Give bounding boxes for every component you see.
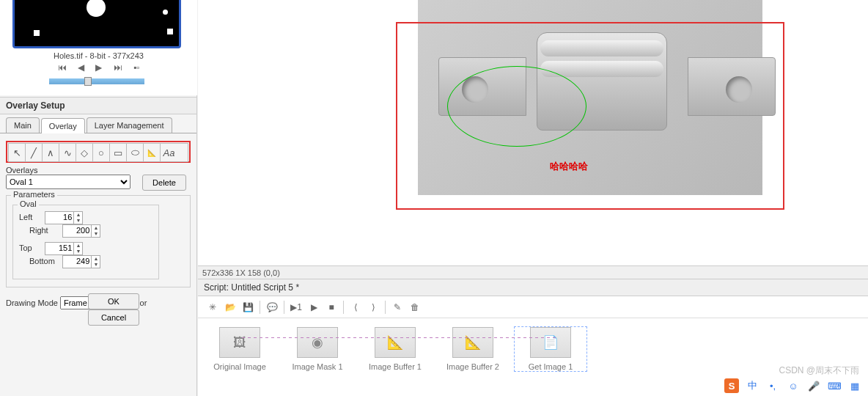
cancel-button[interactable]: Cancel	[88, 309, 139, 326]
tab-layer-management[interactable]: Layer Management	[87, 117, 172, 133]
canvas-area[interactable]: 哈哈哈哈	[198, 0, 868, 274]
tool-oval-icon[interactable]: ⬭	[127, 144, 144, 161]
script-flow: 🖼 Original Image ◉ Image Mask 1 📐 Image …	[198, 318, 868, 380]
tool-protractor-icon[interactable]: 📐	[144, 144, 161, 161]
buffer-node-icon: 📐	[375, 327, 416, 358]
script-node[interactable]: 🖼 Original Image	[204, 327, 276, 371]
thumbnail-nav: ⏮ ◀ ▶ ⏭ ▪▫	[0, 62, 197, 73]
oval-legend: Oval	[18, 199, 39, 208]
bottom-label: Bottom	[29, 257, 60, 265]
spin-arrows-icon[interactable]: ▲▼	[91, 225, 100, 237]
top-input[interactable]	[45, 243, 73, 253]
back-icon[interactable]: ⟨	[347, 302, 364, 312]
script-node[interactable]: ◉ Image Mask 1	[282, 327, 353, 371]
nav-first-icon[interactable]: ⏮	[58, 62, 67, 73]
node-label: Original Image	[204, 362, 276, 371]
tool-rect-icon[interactable]: ▭	[110, 144, 127, 161]
watermark: CSDN @周末不下雨	[779, 364, 859, 377]
script-node[interactable]: 📐 Image Buffer 1	[359, 327, 431, 371]
spin-arrows-icon[interactable]: ▲▼	[73, 212, 82, 224]
mask-node-icon: ◉	[297, 327, 338, 358]
nav-next-icon[interactable]: ▶	[95, 62, 102, 73]
ime-emoji-icon[interactable]: ☺	[786, 378, 801, 393]
script-node[interactable]: 📄 Get Image 1	[515, 327, 586, 371]
script-title: Script: Untitled Script 5 *	[198, 279, 868, 296]
spin-arrows-icon[interactable]: ▲▼	[73, 243, 82, 254]
tool-text-icon[interactable]: Aa	[161, 144, 177, 161]
right-label: Right	[29, 226, 60, 235]
oval-overlay[interactable]	[447, 66, 586, 147]
parameters-group: Parameters Oval Left ▲▼ Right ▲▼ Top ▲▼ …	[6, 195, 191, 287]
top-label: Top	[19, 243, 43, 252]
tool-diamond-icon[interactable]: ◇	[76, 144, 93, 161]
thumbnail-slider[interactable]	[49, 78, 144, 84]
buffer-node-icon: 📐	[452, 327, 493, 358]
tool-line-icon[interactable]: ╱	[26, 144, 43, 161]
node-label: Image Mask 1	[282, 362, 353, 371]
right-input[interactable]	[63, 225, 91, 235]
thumbnail-image[interactable]	[12, 0, 181, 48]
ok-button[interactable]: OK	[88, 293, 139, 309]
node-label: Image Buffer 1	[359, 362, 431, 371]
open-icon[interactable]: 📂	[221, 302, 239, 312]
image-node-icon: 🖼	[219, 327, 260, 358]
run-icon[interactable]: ▶	[305, 302, 323, 312]
annotation-text[interactable]: 哈哈哈哈	[550, 160, 588, 173]
script-toolbar: ✳ 📂 💾 💬 ▶1 ▶ ■ ⟨ ⟩ ✎ 🗑	[198, 296, 868, 318]
drawing-mode-label: Drawing Mode	[6, 298, 58, 307]
delete-button[interactable]: Delete	[142, 175, 186, 191]
tool-angle-icon[interactable]: ∧	[43, 144, 59, 161]
run-step-icon[interactable]: ▶1	[287, 302, 305, 312]
spin-arrows-icon[interactable]: ▲▼	[91, 256, 100, 268]
tab-overlay[interactable]: Overlay	[41, 118, 85, 133]
tab-main[interactable]: Main	[6, 117, 40, 133]
thumbnail-label: Holes.tif - 8-bit - 377x243	[0, 51, 197, 60]
tool-select-icon[interactable]: ↖	[9, 144, 26, 161]
overlays-label: Overlays	[6, 166, 191, 175]
ime-mic-icon[interactable]: 🎤	[806, 378, 821, 393]
ime-punct-icon[interactable]: •,	[765, 378, 780, 393]
parameters-legend: Parameters	[11, 190, 57, 199]
nav-last-icon[interactable]: ⏭	[114, 62, 122, 73]
edit-icon[interactable]: ✎	[389, 302, 406, 312]
sogou-icon[interactable]: S	[724, 378, 739, 393]
save-icon[interactable]: 💾	[239, 302, 257, 312]
ime-lang-icon[interactable]: 中	[745, 378, 760, 393]
nav-prev-icon[interactable]: ◀	[78, 62, 84, 73]
getimage-node-icon: 📄	[530, 327, 571, 358]
status-bar: 572x336 1X 158 (0,0)	[198, 265, 868, 279]
overlay-setup-header: Overlay Setup	[0, 97, 196, 114]
ime-keyboard-icon[interactable]: ⌨	[827, 378, 842, 393]
stop-icon[interactable]: ■	[323, 302, 340, 312]
ime-bar: S 中 •, ☺ 🎤 ⌨ ▦	[724, 378, 862, 393]
overlay-toolbar: ↖ ╱ ∧ ∿ ◇ ○ ▭ ⬭ 📐 Aa	[6, 141, 191, 163]
left-input[interactable]	[45, 212, 73, 222]
tool-circle-icon[interactable]: ○	[93, 144, 110, 161]
new-icon[interactable]: ✳	[204, 302, 221, 312]
script-node[interactable]: 📐 Image Buffer 2	[437, 327, 509, 371]
node-label: Get Image 1	[515, 362, 586, 371]
ime-grid-icon[interactable]: ▦	[847, 378, 862, 393]
comment-icon[interactable]: 💬	[263, 302, 281, 312]
tool-polyline-icon[interactable]: ∿	[59, 144, 76, 161]
overlays-select[interactable]: Oval 1	[6, 175, 130, 189]
left-label: Left	[19, 213, 43, 221]
bottom-input[interactable]	[63, 256, 91, 266]
delete-icon[interactable]: 🗑	[406, 302, 424, 312]
nav-layers-icon[interactable]: ▪▫	[133, 62, 140, 73]
forward-icon[interactable]: ⟩	[364, 302, 382, 312]
node-label: Image Buffer 2	[437, 362, 509, 371]
